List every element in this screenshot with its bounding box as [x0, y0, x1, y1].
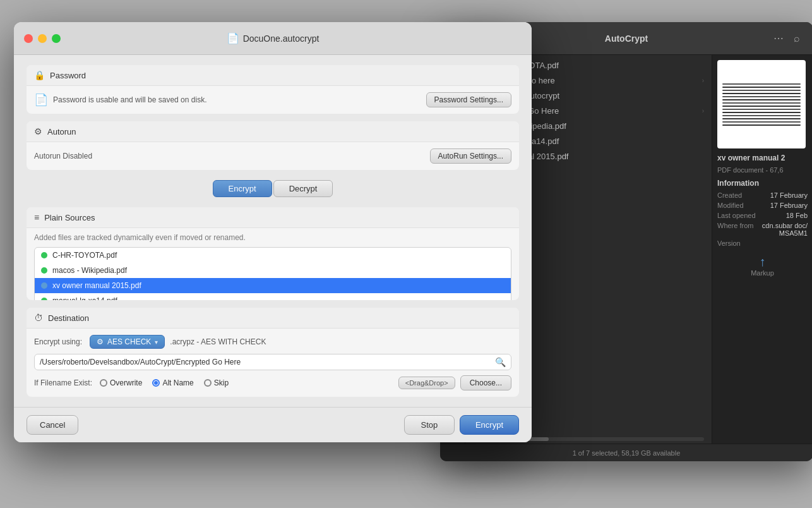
- password-section-title: Password: [50, 71, 86, 80]
- password-settings-button[interactable]: Password Settings...: [426, 92, 511, 107]
- main-dialog: 📄 DocuOne.autocrypt 🔒 Password 📄 Passwor…: [14, 22, 532, 442]
- overwrite-radio[interactable]: Overwrite: [100, 378, 142, 387]
- doc-line-11: [722, 115, 801, 116]
- dialog-title-text: DocuOne.autocrypt: [243, 33, 319, 44]
- expand-arrow-icon[interactable]: ›: [702, 107, 704, 114]
- minimize-button[interactable]: [38, 34, 47, 43]
- doc-line-5: [722, 96, 801, 97]
- sources-section: ≡ Plain Sources Added files are tracked …: [27, 207, 519, 300]
- path-search-icon[interactable]: 🔍: [495, 357, 506, 367]
- preview-doc-content: [717, 76, 806, 133]
- preview-last-opened-label: Last opened: [717, 212, 756, 219]
- sources-section-title: Plain Sources: [44, 213, 95, 222]
- file-list-item[interactable]: xv owner manual 2015.pdf: [35, 278, 511, 293]
- autorun-status-text: Autorun Disabled: [34, 152, 92, 160]
- skip-radio[interactable]: Skip: [204, 378, 229, 387]
- encrypt-tab[interactable]: Encrypt: [213, 180, 272, 197]
- algo-extension-label: .acrypz - AES WITH CHECK: [170, 337, 266, 346]
- finder-status-text: 1 of 7 selected, 58,19 GB available: [573, 449, 681, 457]
- overwrite-radio-label: Overwrite: [110, 378, 142, 387]
- preview-thumbnail: [717, 60, 806, 148]
- algorithm-selector[interactable]: ⚙ AES CHECK ▾: [90, 335, 165, 349]
- dialog-footer: Cancel Stop Encrypt: [14, 407, 532, 442]
- drag-drop-button[interactable]: <Drag&Drop>: [398, 377, 455, 389]
- dialog-title-icon: 📄: [227, 32, 239, 44]
- tab-row: Encrypt Decrypt: [27, 180, 519, 197]
- destination-section: ⏱ Destination Encrypt using: ⚙ AES CHECK…: [27, 308, 519, 397]
- password-body-text: Password is usable and will be saved on …: [53, 95, 206, 104]
- doc-line-9: [722, 109, 801, 110]
- autorun-section-header: ⚙ Autorun: [27, 121, 519, 142]
- decrypt-tab[interactable]: Decrypt: [273, 180, 333, 197]
- algo-icon: ⚙: [97, 337, 104, 346]
- doc-line-14: [722, 124, 801, 126]
- destination-section-title: Destination: [48, 313, 89, 323]
- destination-body: Encrypt using: ⚙ AES CHECK ▾ .acrypz - A…: [27, 329, 519, 397]
- file-status-indicator: [41, 298, 47, 300]
- sources-hint: Added files are tracked dynamically even…: [34, 233, 511, 242]
- doc-line-10: [722, 112, 801, 113]
- radio-group: Overwrite Alt Name Skip: [100, 378, 229, 387]
- dialog-titlebar: 📄 DocuOne.autocrypt: [14, 22, 532, 55]
- file-list-item[interactable]: C-HR-TOYOTA.pdf: [35, 248, 511, 263]
- markup-label[interactable]: Markup: [717, 269, 808, 277]
- preview-file-title: xv owner manual 2: [717, 154, 808, 164]
- preview-where-from-label: Where from: [717, 222, 753, 237]
- gear-icon: ⚙: [34, 126, 42, 136]
- preview-version-label: Version: [717, 239, 741, 247]
- dialog-title: 📄 DocuOne.autocrypt: [227, 32, 319, 44]
- file-status-indicator: [41, 252, 47, 258]
- right-buttons: Stop Encrypt: [404, 415, 519, 435]
- alt-name-radio-label: Alt Name: [162, 378, 193, 387]
- doc-line-4: [722, 93, 801, 94]
- expand-arrow-icon[interactable]: ›: [702, 77, 704, 84]
- autorun-section-title: Autorun: [47, 127, 76, 136]
- preview-last-opened-value: 18 Feb: [786, 212, 808, 219]
- encrypt-using-row: Encrypt using: ⚙ AES CHECK ▾ .acrypz - A…: [34, 335, 511, 349]
- finder-search-icon[interactable]: ⌕: [791, 30, 803, 47]
- alt-name-radio[interactable]: Alt Name: [152, 378, 193, 387]
- encrypt-using-label: Encrypt using:: [34, 337, 85, 346]
- filename-exist-label: If Filename Exist:: [34, 378, 92, 387]
- close-button[interactable]: [24, 34, 33, 43]
- autorun-settings-button[interactable]: AutoRun Settings...: [430, 148, 511, 164]
- maximize-button[interactable]: [52, 34, 61, 43]
- file-list-item[interactable]: macos - Wikipedia.pdf: [35, 263, 511, 278]
- file-name-label: macos - Wikipedia.pdf: [52, 266, 505, 275]
- cancel-button[interactable]: Cancel: [27, 415, 78, 435]
- skip-radio-circle: [204, 379, 212, 387]
- preview-where-from-value: cdn.subar doc/ MSA5M1: [757, 222, 808, 237]
- file-name-label: C-HR-TOYOTA.pdf: [52, 251, 505, 260]
- doc-line-2: [722, 87, 801, 88]
- preview-modified-label: Modified: [717, 202, 744, 209]
- password-section-header: 🔒 Password: [27, 65, 519, 86]
- file-list: C-HR-TOYOTA.pdfmacos - Wikipedia.pdfxv o…: [34, 247, 511, 300]
- doc-line-1: [722, 83, 801, 85]
- autorun-section-body: Autorun Disabled AutoRun Settings...: [27, 142, 519, 170]
- sources-body: Added files are tracked dynamically even…: [27, 228, 519, 300]
- filename-exist-row: If Filename Exist: Overwrite Alt Name: [34, 375, 511, 390]
- preview-created-value: 17 February: [770, 191, 808, 199]
- doc-line-13: [722, 121, 801, 123]
- preview-created-label: Created: [717, 191, 742, 199]
- choose-button[interactable]: Choose...: [460, 375, 511, 390]
- file-list-item[interactable]: manual-lg-xa14.pdf: [35, 293, 511, 300]
- sources-section-header: ≡ Plain Sources: [27, 207, 519, 228]
- stop-button[interactable]: Stop: [404, 415, 455, 435]
- preview-modified-row: Modified 17 February: [717, 202, 808, 209]
- list-icon: ≡: [34, 212, 39, 222]
- algorithm-label: AES CHECK: [107, 337, 151, 346]
- preview-created-row: Created 17 February: [717, 191, 808, 199]
- finder-statusbar: 1 of 7 selected, 58,19 GB available: [440, 444, 812, 461]
- overwrite-radio-circle: [100, 379, 107, 387]
- finder-chevron-icon[interactable]: ⋯: [771, 30, 786, 47]
- preview-info-section: Information: [717, 179, 808, 188]
- encrypt-button[interactable]: Encrypt: [460, 415, 519, 435]
- preview-file-subtitle: PDF document - 67,6: [717, 166, 808, 174]
- skip-radio-label: Skip: [214, 378, 229, 387]
- markup-icon[interactable]: ↑: [760, 255, 766, 269]
- preview-version-row: Version: [717, 239, 808, 247]
- doc-line-7: [722, 102, 801, 104]
- password-section-body: 📄 Password is usable and will be saved o…: [27, 86, 519, 114]
- destination-header: ⏱ Destination: [27, 308, 519, 329]
